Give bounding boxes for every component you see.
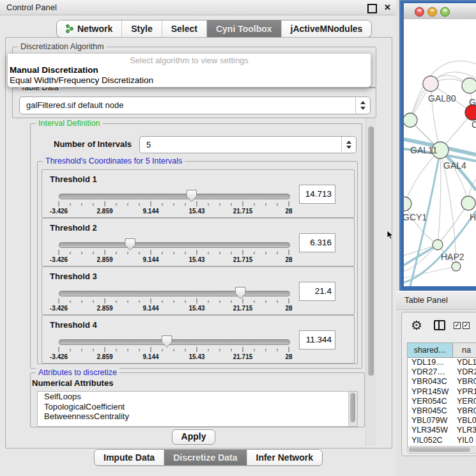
threshold-value-field[interactable]: 21.4 [299, 282, 335, 301]
close-traffic-light[interactable] [415, 7, 424, 17]
threshold-panel-3: Threshold 3 -3.4262.8599.14415.4321.7152… [42, 266, 355, 315]
list-scrollbar[interactable] [348, 392, 357, 426]
checkbox-icon[interactable]: ✓ [463, 322, 470, 329]
dropdown-option-manual[interactable]: Manual Discretization [10, 65, 98, 75]
slider-thumb[interactable] [125, 238, 135, 250]
cell[interactable]: YPR1 [453, 387, 476, 397]
slider-labels: -3.4262.8599.14415.4321.71528 [59, 256, 289, 264]
cell[interactable]: YBL0 [453, 416, 476, 426]
bottom-tabbar: Impute Data Discretize Data Infer Networ… [94, 449, 323, 466]
cell[interactable]: YLR345W [408, 426, 453, 435]
float-window-icon[interactable] [367, 4, 377, 13]
threshold-value-field[interactable]: 14.713 [299, 185, 335, 204]
cell[interactable]: YBR0 [453, 377, 476, 387]
network-node[interactable] [404, 197, 411, 211]
network-icon [66, 24, 73, 33]
scrollbar-thumb[interactable] [409, 447, 470, 452]
panel-scrollbar-thumb[interactable] [368, 127, 374, 376]
panel-scrollbar[interactable] [365, 119, 376, 446]
table-panel: ⚙ ✓ ✓ shared… na YDL19… YDL1 YDR27… YDR2… [401, 312, 476, 456]
cell[interactable]: YIL052C [408, 436, 453, 445]
cell[interactable]: YLR3 [453, 426, 476, 435]
table-row[interactable]: YER054C YER0 [408, 397, 476, 406]
node-label-gcy1: GCY1 [404, 212, 427, 222]
table-row[interactable]: YBL079W YBL0 [408, 416, 476, 426]
tab-infer-network[interactable]: Infer Network [247, 450, 322, 465]
network-node[interactable] [404, 113, 417, 127]
table-data-combobox[interactable]: galFiltered.sif default node [19, 96, 371, 114]
node-attribute-table[interactable]: shared… na YDL19… YDL1 YDR27… YDR2 YBR04… [407, 342, 476, 447]
table-horizontal-scrollbar[interactable] [407, 446, 476, 454]
tab-select[interactable]: Select [162, 20, 206, 37]
combo-stepper[interactable] [355, 97, 370, 114]
cell[interactable]: YBL079W [408, 416, 453, 426]
slider-track[interactable] [59, 291, 290, 296]
slider-track[interactable] [59, 339, 290, 345]
cell[interactable]: YPR145W [408, 387, 453, 397]
tab-jactivemnodules[interactable]: jActiveMNodules [281, 20, 372, 37]
cell[interactable]: YIL0 [453, 436, 476, 445]
close-icon[interactable]: ✕ [384, 3, 391, 12]
slider-thumb[interactable] [162, 335, 173, 348]
column-header-shared[interactable]: shared… [408, 343, 453, 357]
network-canvas[interactable]: GAL80 GA C GAL11 GAL4 GCY1 H HAP2 [404, 19, 476, 286]
threshold-slider[interactable] [59, 339, 289, 345]
threshold-slider[interactable] [59, 193, 289, 199]
table-row[interactable]: YLR345W YLR3 [408, 426, 476, 435]
split-pane-icon[interactable] [434, 320, 445, 330]
slider-track[interactable] [59, 194, 290, 199]
tab-style[interactable]: Style [121, 20, 161, 37]
table-row[interactable]: YPR145W YPR1 [408, 387, 476, 397]
tab-network[interactable]: Network [57, 20, 121, 37]
num-intervals-combobox[interactable]: 5 [139, 136, 357, 153]
table-row[interactable]: YDL19… YDL1 [408, 358, 476, 367]
numerical-attributes-list[interactable]: SelfLoops TopologicalCoefficient Between… [37, 391, 358, 427]
algorithm-dropdown-popup: Select algorithm to view settings Manual… [7, 53, 371, 88]
cell[interactable]: YER054C [408, 397, 453, 406]
slider-thumb[interactable] [235, 287, 246, 299]
network-node[interactable] [452, 262, 461, 271]
threshold-value-field[interactable]: 6.316 [299, 233, 335, 252]
cell[interactable]: YDR27… [408, 367, 453, 377]
network-node[interactable] [423, 76, 438, 91]
table-row[interactable]: YBR043C YBR0 [408, 377, 476, 387]
node-label-hap2: HAP2 [441, 252, 464, 262]
table-row[interactable]: YIL052C YIL0 [408, 436, 476, 445]
threshold-value-field[interactable]: 11.344 [299, 330, 335, 349]
dropdown-option-equal-width[interactable]: Equal Width/Frequency Discretization [10, 75, 153, 85]
tab-impute-data[interactable]: Impute Data [95, 450, 164, 465]
tab-discretize-data[interactable]: Discretize Data [164, 450, 246, 465]
checkbox-icon[interactable]: ✓ [454, 322, 461, 329]
list-item[interactable]: BetweennessCentrality [38, 411, 357, 422]
threshold-slider[interactable] [59, 290, 289, 296]
tab-cyni-toolbox[interactable]: Cyni Toolbox [206, 20, 281, 37]
slider-thumb[interactable] [186, 190, 197, 202]
slider-scale [59, 250, 289, 256]
slider-track[interactable] [59, 242, 290, 248]
threshold-slider[interactable] [59, 242, 289, 248]
tab-label: Select [171, 24, 197, 34]
network-node[interactable] [433, 240, 443, 250]
list-item[interactable]: SelfLoops [38, 392, 357, 402]
zoom-traffic-light[interactable] [440, 7, 450, 17]
cell[interactable]: YBR043C [408, 377, 453, 387]
threshold-label: Threshold 2 [50, 223, 97, 233]
cell[interactable]: YDL19… [408, 358, 453, 367]
combo-stepper[interactable] [341, 137, 356, 153]
cell[interactable]: YER0 [453, 397, 476, 406]
minimize-traffic-light[interactable] [427, 7, 437, 17]
cell[interactable]: YDL1 [453, 358, 476, 367]
tab-label: Infer Network [256, 452, 313, 463]
network-node[interactable] [462, 78, 476, 93]
network-node[interactable] [461, 196, 475, 210]
list-item[interactable]: TopologicalCoefficient [38, 402, 357, 412]
apply-button[interactable]: Apply [172, 429, 215, 445]
tab-label: Style [131, 24, 152, 34]
gear-icon[interactable]: ⚙ [411, 318, 422, 333]
table-row[interactable]: YBR045C YBR0 [408, 406, 476, 416]
table-row[interactable]: YDR27… YDR2 [408, 367, 476, 377]
cell[interactable]: YBR045C [408, 406, 453, 416]
cell[interactable]: YBR0 [453, 406, 476, 416]
column-header-name[interactable]: na [453, 343, 476, 357]
cell[interactable]: YDR2 [453, 367, 476, 377]
